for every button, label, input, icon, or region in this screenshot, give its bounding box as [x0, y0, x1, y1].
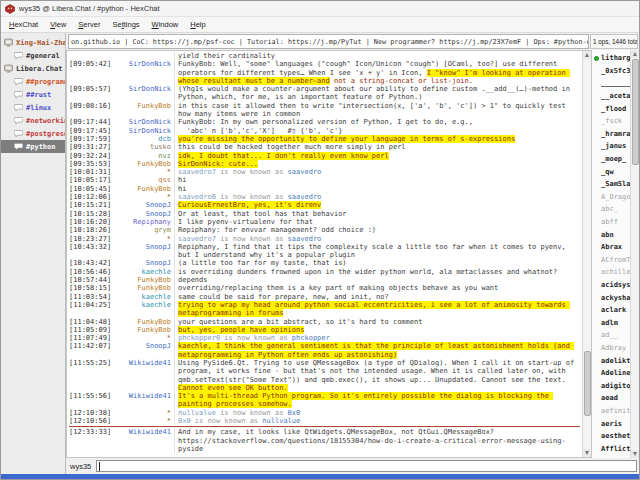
message-nick[interactable]: kaechle — [111, 293, 175, 301]
message-nick[interactable]: Wikiwide41 — [111, 392, 175, 409]
userlist-scrollbar-thumb[interactable] — [632, 59, 639, 165]
sidebar-item-python[interactable]: #python — [1, 140, 65, 153]
user-abc_[interactable]: abc_ — [592, 203, 630, 216]
message-nick[interactable]: * — [111, 193, 175, 201]
user-adbray[interactable]: Adbray — [592, 342, 630, 355]
user-achillea[interactable]: achillea — [592, 266, 630, 279]
message-nick[interactable]: Wikiwide41 — [111, 428, 175, 453]
user-adelikta[interactable]: adelikta — [592, 354, 630, 367]
message-nick[interactable]: Wikiwide41 — [111, 359, 175, 392]
sidebar-item-libera-chat[interactable]: Libera.Chat — [1, 62, 65, 75]
chat-log[interactable]: yield their cardinality [09:05:42] SirDo… — [67, 51, 582, 457]
sidebar-item-general[interactable]: #general — [1, 49, 65, 62]
user-aead[interactable]: aead — [592, 392, 630, 405]
user-aestheti[interactable]: aestheti — [592, 430, 630, 443]
user-_janus[interactable]: _janus — [592, 140, 630, 153]
message-nick[interactable]: SnoopJ — [111, 243, 175, 260]
user-aclark[interactable]: aclark — [592, 304, 630, 317]
message-nick[interactable]: SirDonNick — [111, 60, 175, 85]
user-adlm[interactable]: adlm — [592, 316, 630, 329]
user-_0x5fc3[interactable]: _0x5fc3 — [592, 65, 630, 78]
user-aefinity[interactable]: aefinity — [592, 405, 630, 418]
message-nick[interactable]: tusko — [111, 143, 175, 151]
user-nick: aestheti — [601, 432, 630, 440]
user-_qw[interactable]: _qw — [592, 165, 630, 178]
topic-bar[interactable]: on.github.io | CoC: https://j.mp/psf-coc… — [68, 34, 589, 49]
sidebar-item-linux[interactable]: #linux — [1, 101, 65, 114]
message-nick[interactable]: * — [111, 235, 175, 243]
user-abrax[interactable]: Abrax — [592, 241, 630, 254]
message-nick[interactable] — [111, 52, 175, 60]
user-acfromtx[interactable]: ACfromTX — [592, 254, 630, 267]
user-_samslat[interactable]: _SamSlat — [592, 178, 630, 191]
chat-scrollbar-thumb[interactable] — [584, 351, 591, 416]
sidebar-item-postgresql[interactable]: #postgresql — [1, 127, 65, 140]
title-bar[interactable]: wys35 @ Libera.Chat / #python - HexChat — [1, 1, 639, 17]
sidebar-item-networking[interactable]: #networking — [1, 114, 65, 127]
message-nick[interactable]: SnoopJ — [111, 259, 175, 267]
message-text: in this case it allowed then to write "i… — [175, 102, 582, 119]
message-nick[interactable]: SnoopJ — [111, 210, 175, 218]
menu-hexchat[interactable]: HexChat — [3, 20, 44, 29]
message-nick[interactable]: SnoopJ — [111, 342, 175, 359]
user-aeris[interactable]: aeris — [592, 417, 630, 430]
user-ad__[interactable]: ad__ — [592, 329, 630, 342]
message-nick[interactable]: SnoopJ — [111, 201, 175, 209]
message-nick[interactable]: Repiphany — [111, 218, 175, 226]
menu-server[interactable]: Server — [72, 20, 106, 29]
chat-scrollbar[interactable] — [582, 51, 591, 457]
user-abff[interactable]: abff — [592, 216, 630, 229]
message-nick[interactable]: FunkyBob — [111, 326, 175, 334]
user-list[interactable]: litharge _0x5fc3 ________ __acetak _floo… — [592, 50, 630, 458]
message-input[interactable] — [96, 460, 637, 472]
user-_fsck[interactable]: _fsck — [592, 115, 630, 128]
nick-button[interactable]: wys35 — [68, 462, 93, 471]
scroll-up-icon[interactable] — [631, 50, 639, 58]
message-nick[interactable]: FunkyBob — [111, 276, 175, 284]
message-nick[interactable]: FunkyBob — [111, 160, 175, 168]
sidebar-item-programming[interactable]: ##programming — [1, 75, 65, 88]
message-nick[interactable]: * — [111, 409, 175, 417]
scroll-down-icon[interactable] — [631, 450, 639, 458]
user-_hramrac[interactable]: _hramrac — [592, 128, 630, 141]
user-a_dragon[interactable]: A_Dragon — [592, 191, 630, 204]
user-________[interactable]: ________ — [592, 77, 630, 90]
menu-window[interactable]: Window — [146, 20, 185, 29]
user-afflicti[interactable]: Afflicti — [592, 442, 630, 455]
message-nick[interactable]: kaechle — [111, 268, 175, 276]
user-adeline[interactable]: Adeline — [592, 367, 630, 380]
message-nick[interactable]: nvz — [111, 152, 175, 160]
chat-message: [10:15:21] SnoopJ CuriousErnestBro, yes,… — [67, 201, 582, 209]
message-nick[interactable]: FunkyBob — [111, 318, 175, 326]
message-nick[interactable]: FunkyBob — [111, 185, 175, 193]
user-_moep_[interactable]: _moep_ — [592, 153, 630, 166]
message-nick[interactable]: qss — [111, 176, 175, 184]
user-ackyshak[interactable]: ackyshak — [592, 291, 630, 304]
menu-view[interactable]: View — [44, 20, 72, 29]
message-nick[interactable]: kaechle — [111, 301, 175, 318]
message-nick[interactable]: dcb — [111, 135, 175, 143]
message-nick[interactable]: SirDonNick — [111, 127, 175, 135]
user-acidsys[interactable]: acidsys — [592, 279, 630, 292]
userlist-scrollbar[interactable] — [630, 50, 639, 458]
menu-help[interactable]: Help — [184, 20, 211, 29]
message-nick[interactable]: FunkyBob — [111, 284, 175, 292]
user-litharge[interactable]: litharge — [592, 52, 630, 65]
scroll-up-icon[interactable] — [583, 51, 591, 59]
user-_flood[interactable]: _flood — [592, 102, 630, 115]
user-abn[interactable]: abn — [592, 228, 630, 241]
user-adigitol[interactable]: adigitol — [592, 379, 630, 392]
message-text: I like pyenv-virtualenv for that — [175, 218, 582, 226]
message-nick[interactable]: * — [111, 417, 175, 425]
menu-settings[interactable]: Settings — [106, 20, 145, 29]
message-nick[interactable]: FunkyBob — [111, 102, 175, 119]
user-__acetak[interactable]: __acetak — [592, 90, 630, 103]
message-nick[interactable]: * — [111, 168, 175, 176]
message-nick[interactable]: SirDonNick — [111, 85, 175, 102]
sidebar-item-rust[interactable]: ##rust — [1, 88, 65, 101]
sidebar-item-xing-hai-zhai[interactable]: Xing-Hai-Zhai — [1, 36, 65, 49]
message-nick[interactable]: SirDonNick — [111, 118, 175, 126]
message-nick[interactable]: grym — [111, 226, 175, 234]
message-nick[interactable]: * — [111, 334, 175, 342]
scroll-down-icon[interactable] — [583, 449, 591, 457]
